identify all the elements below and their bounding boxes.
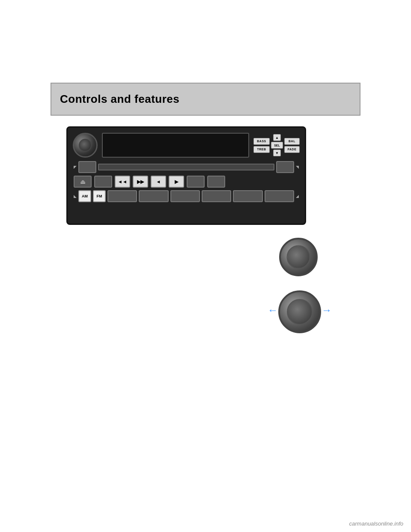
up-arrow-button[interactable]: ▲ [273, 134, 281, 141]
corner-tr: ◥ [296, 165, 299, 169]
sel-center: ▲ SEL ▼ [271, 134, 283, 156]
bal-fade-buttons: BAL FADE [284, 138, 300, 153]
bass-button[interactable]: BASS [253, 138, 270, 145]
power-knob-closeup [279, 238, 318, 276]
power-knob-inner [287, 245, 310, 269]
fade-button[interactable]: FADE [284, 146, 300, 153]
preset-2-button[interactable] [139, 190, 168, 202]
preset-row: ◣ AM FM ◢ [73, 190, 300, 202]
volume-knob-closeup [278, 290, 321, 333]
rotate-right-arrow-icon: → [322, 304, 332, 316]
fast-forward-button[interactable]: ▶▶ [133, 176, 148, 188]
knob-diagram-2-container: ← → [274, 286, 325, 338]
preset-5-button[interactable] [233, 190, 262, 202]
knob-diagram-1 [279, 238, 318, 276]
corner-br: ◢ [296, 194, 299, 198]
eq-buttons: BASS TREB [253, 138, 270, 153]
display-area [102, 133, 249, 158]
transport-side-right2[interactable] [207, 176, 225, 188]
corner-tl: ◤ [74, 165, 77, 169]
transport-side-right1[interactable] [187, 176, 205, 188]
volume-knob-inner-2 [287, 299, 313, 325]
cassette-row: ◤ ◥ [73, 161, 300, 173]
preset-3-button[interactable] [170, 190, 200, 202]
eject-icon: ⏏ [80, 178, 86, 185]
am-button[interactable]: AM [78, 190, 91, 202]
corner-bl: ◣ [74, 194, 77, 198]
page-title: Controls and features [60, 93, 179, 106]
transport-row: ⏏ ◄◄ ▶▶ ◄ ▶ [73, 176, 300, 188]
tape-slot [98, 164, 274, 170]
fm-button[interactable]: FM [93, 190, 106, 202]
next-track-button[interactable]: ▶ [169, 176, 184, 188]
preset-6-button[interactable] [265, 190, 294, 202]
down-arrow-button[interactable]: ▼ [273, 149, 281, 156]
header-banner: Controls and features [51, 83, 360, 116]
preset-4-button[interactable] [202, 190, 231, 202]
radio-unit: BASS TREB ▲ SEL ▼ BAL FADE ◤ ◥ [66, 126, 306, 225]
rewind-button[interactable]: ◄◄ [115, 176, 130, 188]
preset-1-button[interactable] [107, 190, 137, 202]
treb-button[interactable]: TREB [253, 146, 270, 153]
slot-right-button[interactable] [276, 161, 294, 173]
rotate-left-arrow-icon: ← [268, 304, 278, 316]
prev-track-button[interactable]: ◄ [151, 176, 166, 188]
sel-button[interactable]: SEL [271, 142, 283, 149]
eject-button[interactable]: ⏏ [74, 176, 92, 188]
bal-button[interactable]: BAL [284, 138, 300, 145]
knob-with-arrows: ← → [274, 286, 325, 338]
volume-knob[interactable] [73, 133, 98, 158]
watermark: carmanualsonline.info [349, 520, 403, 527]
volume-knob-inner [79, 139, 92, 152]
transport-side-left[interactable] [94, 176, 112, 188]
slot-left-button[interactable] [78, 161, 96, 173]
